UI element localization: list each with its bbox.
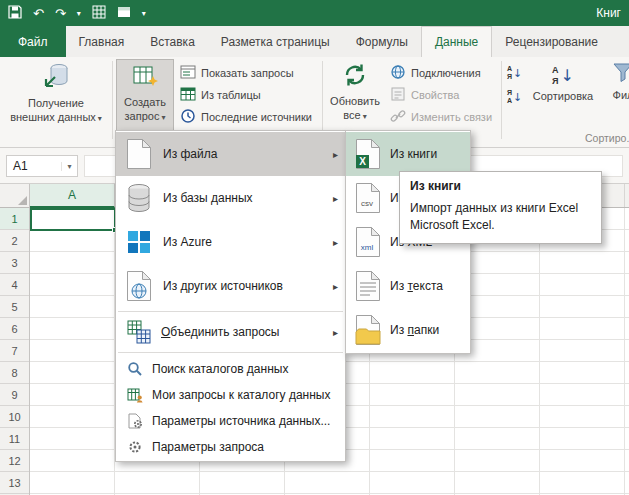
row-header-cell[interactable]: 13 [0, 472, 29, 494]
undo-icon[interactable]: ↶ [33, 7, 44, 20]
menu-item-from-database[interactable]: Из базы данных ▸ [116, 176, 345, 220]
submenu-arrow-icon: ▸ [333, 237, 338, 248]
workbook-title: Книг [596, 6, 621, 20]
submenu-item-from-workbook[interactable]: X Из книги [346, 132, 470, 176]
menu-item-query-options[interactable]: Параметры запроса [116, 434, 345, 460]
menu-item-data-source-settings[interactable]: Параметры источника данных... [116, 408, 345, 434]
row-header-cell[interactable]: 3 [0, 252, 29, 274]
menu-item-from-azure[interactable]: Из Azure ▸ [116, 220, 345, 264]
new-query-button[interactable]: Создать запрос▾ [116, 59, 174, 131]
group-separator [501, 61, 502, 139]
catalog-queries-icon [126, 387, 144, 403]
menu-item-from-other-sources[interactable]: Из других источников ▸ [116, 264, 345, 308]
sort-descending-icon: ЯА [507, 89, 512, 105]
caret-down-icon: ▾ [161, 113, 165, 122]
qat-dropdown-icon[interactable]: ▾ [77, 9, 81, 18]
row-header-cell[interactable]: 2 [0, 230, 29, 252]
menu-item-label: Мои запросы к каталогу данных [152, 388, 330, 402]
column-header-a[interactable]: A [30, 184, 115, 208]
from-table-button[interactable]: Из таблицы [180, 85, 261, 105]
redo-icon[interactable]: ↷ [55, 7, 66, 20]
get-external-data-button[interactable]: Получение внешних данных▾ [4, 59, 108, 131]
menu-item-label: Из Azure [163, 235, 212, 249]
name-box-caret-icon[interactable]: ▾ [61, 162, 77, 171]
row-header-cell[interactable]: 7 [0, 340, 29, 362]
recent-sources-button[interactable]: Последние источники [180, 107, 312, 127]
submenu-item-label: Из папки [390, 323, 439, 337]
sort-ascending-button[interactable]: АЯ ↓ [507, 63, 531, 83]
table-icon[interactable] [92, 5, 106, 22]
tab-page-layout[interactable]: Разметка страницы [208, 26, 343, 57]
get-external-data-icon [42, 62, 70, 94]
folder-icon [352, 314, 384, 346]
connections-label: Подключения [411, 67, 481, 79]
menu-item-data-catalog-search[interactable]: Поиск каталогов данных [116, 356, 345, 382]
menu-item-label: Объединить запросы [161, 325, 280, 339]
svg-text:csv: csv [361, 199, 373, 208]
properties-label: Свойства [411, 89, 459, 101]
row-header-cell[interactable]: 5 [0, 296, 29, 318]
caret-down-icon: ▾ [98, 114, 102, 123]
refresh-all-label-line1: Обновить [330, 95, 380, 109]
sort-label: Сортировка [533, 90, 593, 104]
sort-ascending-icon: АЯ [507, 65, 512, 81]
edit-links-label: Изменить связи [411, 111, 492, 123]
tab-insert[interactable]: Вставка [137, 26, 208, 57]
ribbon-display-icon[interactable] [117, 5, 131, 22]
sort-descending-button[interactable]: ЯА ↓ [507, 87, 531, 107]
gear-icon [126, 439, 144, 455]
refresh-all-button[interactable]: Обновить все▾ [326, 59, 384, 131]
row-header-cell[interactable]: 1 [0, 208, 29, 230]
row-header-cell[interactable]: 4 [0, 274, 29, 296]
select-all-corner[interactable] [0, 184, 30, 208]
svg-text:xml: xml [361, 243, 374, 252]
down-arrow-icon: ↓ [513, 91, 522, 104]
row-header-cell[interactable]: 9 [0, 384, 29, 406]
tooltip-body: Импорт данных из книги Excel Microsoft E… [410, 200, 591, 234]
connections-button[interactable]: Подключения [390, 63, 481, 83]
edit-links-button: Изменить связи [390, 107, 492, 127]
menu-item-my-catalog-queries[interactable]: Мои запросы к каталогу данных [116, 382, 345, 408]
tab-data[interactable]: Данные [421, 26, 492, 57]
active-cell-selection[interactable] [30, 208, 116, 231]
csv-file-icon: csv [352, 182, 384, 214]
row-header-cell[interactable]: 11 [0, 428, 29, 450]
row-header-cell[interactable]: 6 [0, 318, 29, 340]
row-header-cell[interactable]: 12 [0, 450, 29, 472]
text-file-icon [352, 270, 384, 302]
menu-item-label: Из файла [163, 147, 217, 161]
tab-review[interactable]: Рецензирование [492, 26, 611, 57]
submenu-item-from-text[interactable]: Из текста [346, 264, 470, 308]
show-queries-label: Показать запросы [201, 67, 294, 79]
show-queries-button[interactable]: Показать запросы [180, 63, 294, 83]
svg-text:X: X [359, 156, 366, 167]
name-box[interactable]: A1 ▾ [6, 155, 78, 177]
menu-item-combine-queries[interactable]: Объединить запросы ▸ [116, 315, 345, 349]
tab-formulas[interactable]: Формулы [343, 26, 421, 57]
quick-access-toolbar: ↶ ↷ ▾ ▾ [8, 5, 146, 22]
tab-home[interactable]: Главная [66, 26, 138, 57]
filter-button[interactable]: Фил [597, 59, 629, 131]
tooltip-title: Из книги [410, 179, 591, 193]
save-icon[interactable] [8, 5, 22, 22]
menu-item-from-file[interactable]: Из файла ▸ [116, 132, 345, 176]
sort-filter-group-label: Сортиро... [585, 132, 629, 144]
new-query-label-line1: Создать [124, 96, 166, 110]
tab-file[interactable]: Файл [0, 26, 66, 57]
get-external-label-line1: Получение [28, 97, 84, 111]
from-table-label: Из таблицы [201, 89, 261, 101]
row-header-cell[interactable]: 8 [0, 362, 29, 384]
refresh-icon [342, 62, 368, 92]
submenu-item-label: Из текста [390, 279, 443, 293]
submenu-item-from-folder[interactable]: Из папки [346, 308, 470, 352]
show-queries-icon [180, 64, 196, 82]
filter-label: Фил [613, 89, 629, 103]
excel-workbook-icon: X [352, 138, 384, 170]
row-header-cell[interactable]: 10 [0, 406, 29, 428]
row-header-column: 1 2 3 4 5 6 7 8 9 10 11 12 13 [0, 208, 30, 495]
from-table-icon [180, 86, 196, 104]
submenu-arrow-icon: ▸ [333, 281, 338, 292]
excel-window: ↶ ↷ ▾ ▾ Книг Файл Главная Вставка Разме [0, 0, 629, 495]
sort-button[interactable]: АЯ ↓ Сортировка [533, 59, 593, 131]
ribbon-display-caret-icon[interactable]: ▾ [142, 9, 146, 18]
